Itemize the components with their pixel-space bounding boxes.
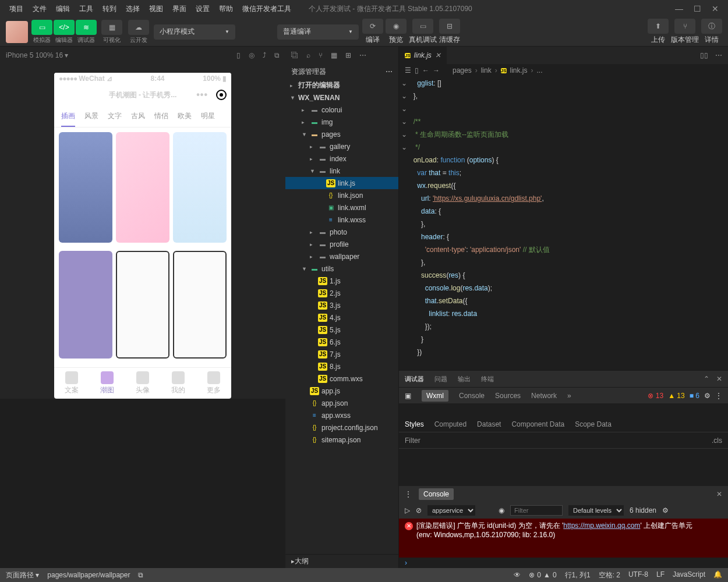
console-prompt[interactable]: ›	[399, 558, 728, 568]
tree-item[interactable]: ▸▬img	[285, 116, 398, 128]
layout-icon[interactable]: ▦	[331, 51, 337, 59]
nav-item[interactable]: 文案	[65, 371, 79, 395]
tree-item[interactable]: ▼▬pages	[285, 128, 398, 140]
tree-item[interactable]: JS4.js	[285, 311, 398, 324]
menu-item[interactable]: 工具	[75, 2, 98, 15]
wallpaper-card[interactable]	[116, 132, 169, 243]
phone-tab[interactable]: 风景	[84, 111, 98, 121]
back-icon[interactable]: ←	[422, 66, 429, 74]
tree-item[interactable]: ▣link.wxml	[285, 201, 398, 214]
hidden-count[interactable]: 6 hidden	[630, 506, 656, 514]
nav-item[interactable]: 我的	[171, 371, 185, 395]
eol[interactable]: LF	[656, 570, 665, 580]
action-button[interactable]: ▭	[412, 19, 433, 34]
code-editor[interactable]: ⌄⌄⌄⌄⌄⌄ gglist: [] }, /** * 生命周期函数--监听页面加…	[399, 77, 728, 370]
cursor-pos[interactable]: 行1, 列1	[565, 570, 591, 580]
action-button[interactable]: ⓘ	[701, 19, 722, 34]
nav-item[interactable]: 头像	[136, 371, 150, 395]
close-icon[interactable]: ✕	[712, 4, 719, 13]
clear-icon[interactable]: ⊘	[416, 506, 422, 514]
context-select[interactable]: appservice	[427, 505, 475, 516]
tree-item[interactable]: JS8.js	[285, 360, 398, 372]
target-circle-icon[interactable]	[216, 90, 227, 100]
error-count[interactable]: ⊗ 13	[648, 392, 663, 400]
encoding[interactable]: UTF-8	[628, 570, 648, 580]
levels-select[interactable]: Default levels	[568, 505, 624, 516]
tab-network[interactable]: Network	[531, 392, 557, 400]
tab-problems[interactable]: 问题	[434, 375, 447, 384]
play-icon[interactable]: ▷	[405, 506, 410, 514]
tree-item[interactable]: JS5.js	[285, 324, 398, 336]
editor-tab[interactable]: JS link.js ✕	[399, 47, 447, 64]
action-button[interactable]: ⬆	[648, 19, 669, 34]
tab-console[interactable]: Console	[419, 488, 454, 500]
filter-input[interactable]	[510, 505, 563, 516]
tree-item[interactable]: JScomm.wxs	[285, 372, 398, 385]
more-icon[interactable]: •••	[196, 90, 208, 100]
avatar[interactable]	[6, 21, 28, 43]
phone-tab[interactable]: 明星	[201, 111, 215, 121]
tree-item[interactable]: ≡link.wxss	[285, 214, 398, 226]
branch-icon[interactable]: ⑂	[319, 51, 323, 59]
console-toggle-icon[interactable]: ⋮	[405, 490, 412, 498]
copy-icon[interactable]: ⧉	[274, 51, 280, 59]
compile-dropdown[interactable]: 普通编译▼	[277, 24, 359, 40]
tree-item[interactable]: JS6.js	[285, 336, 398, 348]
copy-icon[interactable]: ⧉	[138, 571, 143, 579]
tree-item[interactable]: JS7.js	[285, 348, 398, 360]
inspect-icon[interactable]: ▣	[405, 392, 411, 400]
tree-item[interactable]: ▸▬colorui	[285, 104, 398, 116]
tree-item[interactable]: ▸▬photo	[285, 226, 398, 238]
tree-item[interactable]: JS3.js	[285, 299, 398, 311]
tree-item[interactable]: JS1.js	[285, 275, 398, 287]
wallpaper-card[interactable]	[116, 251, 169, 359]
tree-item[interactable]: JSlink.js	[285, 177, 398, 189]
tree-item[interactable]: {}sitemap.json	[285, 434, 398, 446]
chevron-up-icon[interactable]: ⌃	[704, 375, 709, 383]
phone-tab[interactable]: 情侣	[154, 111, 168, 121]
tree-item[interactable]: ▸▬index	[285, 152, 398, 165]
menu-item[interactable]: 视图	[144, 2, 168, 15]
tree-item[interactable]: ▼▬link	[285, 165, 398, 177]
tree-item[interactable]: JSapp.js	[285, 385, 398, 397]
tree-item[interactable]: ▸▬wallpaper	[285, 250, 398, 262]
phone-tab[interactable]: 古风	[131, 111, 145, 121]
console-link[interactable]: https://mp.weixin.qq.com	[563, 521, 640, 530]
tree-item[interactable]: {}app.json	[285, 397, 398, 409]
tree-item[interactable]: ▼▬utils	[285, 262, 398, 275]
search-icon[interactable]: ⌕	[306, 51, 310, 59]
maximize-icon[interactable]: ☐	[694, 4, 701, 13]
cloud-button[interactable]: ☁	[128, 20, 149, 35]
more-icon[interactable]: ⋯	[386, 68, 393, 76]
page-path[interactable]: pages/wallpaper/wallpaper	[47, 571, 130, 579]
forward-icon[interactable]: →	[433, 66, 440, 74]
tree-item[interactable]: ▸▬gallery	[285, 140, 398, 152]
ext-icon[interactable]: ⊞	[345, 51, 351, 59]
mode-dropdown[interactable]: 小程序模式▼	[154, 24, 235, 40]
close-icon[interactable]: ✕	[435, 51, 441, 59]
action-button[interactable]: ⑂	[674, 19, 695, 34]
indent[interactable]: 空格: 2	[599, 570, 620, 580]
more-icon[interactable]: ⋮	[715, 392, 722, 400]
action-button[interactable]: ⟳	[362, 19, 383, 34]
tab-console[interactable]: Console	[459, 392, 485, 400]
wallpaper-card[interactable]	[59, 251, 112, 359]
menu-item[interactable]: 微信开发者工具	[238, 2, 296, 15]
more-icon[interactable]: »	[567, 392, 571, 400]
device-label[interactable]: iPhone 5 100% 16 ▾	[6, 51, 68, 59]
list-icon[interactable]: ☰	[405, 66, 411, 74]
files-icon[interactable]: ⿻	[291, 51, 298, 59]
more-icon[interactable]: ⋯	[715, 51, 722, 59]
target-icon[interactable]: ◎	[249, 51, 255, 59]
menu-item[interactable]: 项目	[5, 2, 28, 15]
tab-output[interactable]: 输出	[458, 375, 471, 384]
nav-item[interactable]: 潮图	[100, 371, 114, 395]
debugger-button[interactable]: ≋	[76, 20, 97, 35]
eye-icon[interactable]: 👁	[514, 571, 521, 579]
bookmark-icon[interactable]: ▯	[415, 66, 419, 74]
tree-item[interactable]: ▸▬profile	[285, 238, 398, 250]
close-icon[interactable]: ✕	[716, 490, 722, 498]
nav-item[interactable]: 更多	[207, 371, 221, 395]
action-button[interactable]: ◉	[386, 19, 407, 34]
rotate-icon[interactable]: ▯	[236, 51, 241, 59]
